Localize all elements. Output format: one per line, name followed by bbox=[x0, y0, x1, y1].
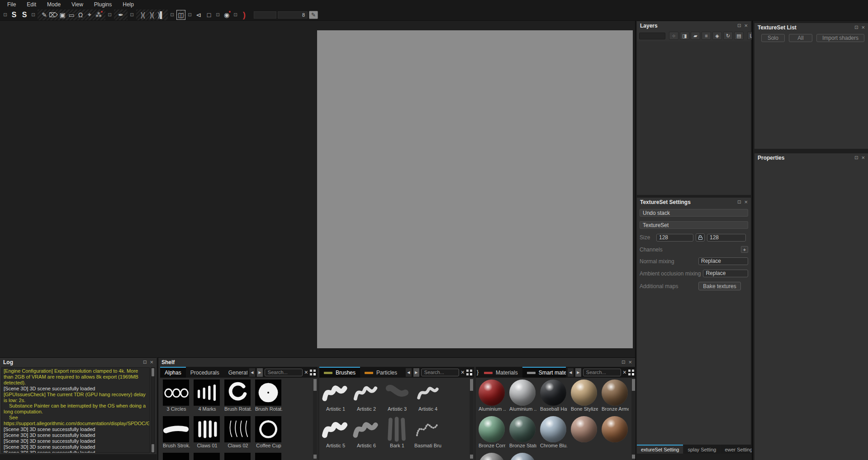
splitter-handle-icon[interactable]: } bbox=[476, 367, 479, 378]
popout-icon[interactable]: ⊡ bbox=[107, 10, 113, 20]
close-icon[interactable]: × bbox=[744, 24, 748, 28]
grid-view-icon[interactable] bbox=[310, 370, 316, 375]
scrollbar-button[interactable] bbox=[632, 455, 635, 459]
popout-icon[interactable]: ⊡ bbox=[187, 10, 193, 20]
material-item[interactable]: Bone Stylized bbox=[571, 379, 598, 413]
material-item[interactable] bbox=[602, 416, 629, 449]
dock-tab[interactable]: ewer Setting bbox=[721, 445, 756, 454]
prev-page-icon[interactable]: ◀ bbox=[568, 368, 574, 377]
pencil-edit-icon[interactable]: ✎ bbox=[309, 11, 318, 19]
popout-icon[interactable]: ⊡ bbox=[737, 200, 741, 204]
brush-item[interactable]: Basmati Brush bbox=[414, 416, 441, 449]
layers-filter-input[interactable] bbox=[639, 33, 665, 39]
brush-item[interactable] bbox=[384, 453, 411, 460]
add-fill-layer-icon[interactable]: ◨ bbox=[680, 32, 689, 40]
prev-page-icon[interactable]: ◀ bbox=[406, 368, 412, 377]
textureset-list-button[interactable]: All bbox=[789, 34, 812, 42]
search-input[interactable] bbox=[265, 369, 303, 376]
brush-item[interactable]: Bark 1 bbox=[384, 416, 411, 449]
alpha-item[interactable]: Claws 01 bbox=[194, 416, 221, 449]
popout-icon[interactable]: ⊡ bbox=[129, 10, 135, 20]
brush-item[interactable]: Artistic 4 bbox=[414, 379, 441, 413]
viewport-3d[interactable] bbox=[317, 30, 633, 348]
scrollbar-button[interactable] bbox=[470, 455, 473, 459]
brush-item[interactable]: Artistic 1 bbox=[322, 379, 349, 413]
popout-icon[interactable]: ⊡ bbox=[854, 25, 858, 30]
material-item[interactable] bbox=[479, 453, 506, 460]
scrollbar-thumb[interactable] bbox=[470, 379, 473, 391]
close-icon[interactable]: × bbox=[628, 360, 632, 365]
symmetry-z-icon[interactable]: )▌ bbox=[157, 10, 166, 20]
alpha-item[interactable]: Brush Strok... bbox=[163, 416, 190, 449]
polygon-fill-tool-icon[interactable]: ▭ bbox=[67, 10, 76, 20]
alpha-item[interactable]: Claws 02 bbox=[224, 416, 251, 449]
brush-size-track[interactable] bbox=[254, 11, 276, 19]
brush-item[interactable] bbox=[322, 453, 349, 460]
smudge-tool-icon[interactable]: Ω bbox=[76, 10, 85, 20]
brush-size-input[interactable] bbox=[278, 11, 308, 19]
textureset-list-button[interactable]: Solo bbox=[761, 34, 785, 42]
layers-list[interactable] bbox=[637, 41, 751, 195]
normal-mixing-select[interactable]: Replace bbox=[698, 257, 748, 265]
alpha-item[interactable] bbox=[194, 453, 221, 460]
textureset-name-header[interactable]: TextureSet bbox=[640, 221, 748, 229]
alpha-item[interactable]: Brush Rotat... bbox=[255, 379, 282, 413]
scrollbar-button[interactable] bbox=[313, 455, 317, 459]
prev-page-icon[interactable]: ◀ bbox=[249, 368, 255, 377]
undo-stack-header[interactable]: Undo stack bbox=[640, 209, 748, 217]
add-channel-icon[interactable]: + bbox=[741, 246, 748, 253]
popout-icon[interactable]: ⊡ bbox=[737, 24, 741, 28]
add-layer-icon[interactable]: ≡ bbox=[702, 32, 711, 40]
shelf-tab[interactable]: Materials bbox=[479, 367, 522, 378]
next-page-icon[interactable]: ▶ bbox=[257, 368, 263, 377]
material-item[interactable] bbox=[509, 453, 536, 460]
scrollbar-thumb[interactable] bbox=[152, 444, 154, 452]
scrollbar-thumb[interactable] bbox=[313, 379, 317, 391]
textureset-list-button[interactable]: Import shaders bbox=[816, 34, 864, 42]
eraser-tool-icon[interactable]: ⌦ bbox=[49, 10, 58, 20]
shelf-tab[interactable]: Procedurals bbox=[186, 367, 224, 378]
dock-tab[interactable]: extureSet Setting bbox=[637, 445, 683, 454]
popout-icon[interactable]: ⊡ bbox=[215, 10, 221, 20]
close-icon[interactable]: × bbox=[150, 360, 153, 365]
add-particle-layer-icon[interactable]: ⁘ bbox=[669, 32, 678, 40]
material-item[interactable]: Chrome Blu... bbox=[540, 416, 567, 449]
particles-tool-icon[interactable]: ⁂ bbox=[94, 10, 103, 20]
clear-search-icon[interactable]: × bbox=[461, 369, 465, 376]
alpha-item[interactable] bbox=[255, 453, 282, 460]
search-input[interactable] bbox=[421, 369, 459, 376]
menu-item[interactable]: Mode bbox=[42, 0, 66, 9]
symmetry-y-icon[interactable]: )( bbox=[147, 10, 157, 20]
alpha-item[interactable]: 4 Marks bbox=[194, 379, 221, 413]
projection-tool-icon[interactable]: ▣ bbox=[58, 10, 67, 20]
popout-icon[interactable]: ⊡ bbox=[621, 360, 625, 365]
locked-substance-icon[interactable]: S bbox=[20, 10, 29, 20]
shelf-tab[interactable]: Particles bbox=[360, 367, 402, 378]
lock-icon[interactable] bbox=[696, 233, 705, 242]
brush-item[interactable]: Artistic 2 bbox=[353, 379, 380, 413]
clear-search-icon[interactable]: × bbox=[304, 369, 308, 376]
stroke-symmetry-icon[interactable]: ) bbox=[240, 10, 249, 20]
brush-item[interactable]: Artistic 6 bbox=[353, 416, 380, 449]
scrollbar-thumb[interactable] bbox=[152, 368, 154, 376]
close-icon[interactable]: × bbox=[861, 156, 865, 160]
menu-item[interactable]: Plugins bbox=[89, 0, 117, 9]
alpha-item[interactable]: 3 Circles bbox=[163, 379, 190, 413]
menu-item[interactable]: File bbox=[2, 0, 21, 9]
scrollbar-thumb[interactable] bbox=[632, 379, 635, 391]
symmetry-x-icon[interactable]: )( bbox=[138, 10, 147, 20]
popout-icon[interactable]: ⊡ bbox=[232, 10, 238, 20]
bake-textures-button[interactable]: Bake textures bbox=[698, 282, 741, 290]
shelf-tab[interactable]: Brushes bbox=[319, 367, 360, 378]
popout-icon[interactable]: ⊡ bbox=[169, 10, 175, 20]
brush-item[interactable]: Artistic 3 bbox=[384, 379, 411, 413]
close-icon[interactable]: × bbox=[744, 200, 748, 204]
material-item[interactable]: Aluminium ... bbox=[479, 379, 506, 413]
popout-icon[interactable]: ⊡ bbox=[854, 156, 858, 160]
material-item[interactable]: Bronze Corr... bbox=[479, 416, 506, 449]
popout-icon[interactable]: ⊡ bbox=[30, 10, 36, 20]
search-input[interactable] bbox=[583, 369, 621, 376]
grid-view-icon[interactable] bbox=[628, 370, 634, 375]
substance-logo-icon[interactable]: S bbox=[9, 10, 19, 20]
capture-camera-icon[interactable]: ◉ bbox=[222, 10, 231, 20]
